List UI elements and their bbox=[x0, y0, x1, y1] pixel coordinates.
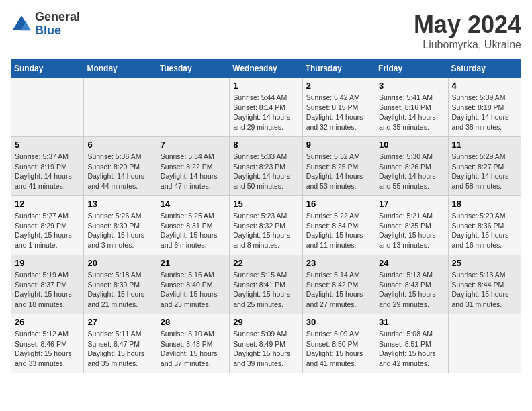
day-number: 23 bbox=[306, 258, 371, 268]
day-info: Sunrise: 5:13 AM Sunset: 8:44 PM Dayligh… bbox=[452, 270, 517, 310]
day-info: Sunrise: 5:44 AM Sunset: 8:14 PM Dayligh… bbox=[233, 93, 298, 132]
logo-general: General bbox=[35, 11, 80, 24]
calendar-week-row: 1Sunrise: 5:44 AM Sunset: 8:14 PM Daylig… bbox=[11, 78, 521, 137]
day-info: Sunrise: 5:42 AM Sunset: 8:15 PM Dayligh… bbox=[306, 93, 371, 132]
calendar-cell: 9Sunrise: 5:32 AM Sunset: 8:25 PM Daylig… bbox=[302, 137, 375, 196]
page-header: General Blue May 2024 Liubomyrka, Ukrain… bbox=[11, 11, 521, 51]
calendar-cell bbox=[84, 78, 157, 137]
day-info: Sunrise: 5:32 AM Sunset: 8:25 PM Dayligh… bbox=[306, 152, 371, 191]
calendar-cell: 17Sunrise: 5:21 AM Sunset: 8:35 PM Dayli… bbox=[375, 196, 448, 255]
day-number: 12 bbox=[15, 199, 80, 209]
day-number: 9 bbox=[306, 140, 371, 150]
calendar-cell: 14Sunrise: 5:25 AM Sunset: 8:31 PM Dayli… bbox=[157, 196, 229, 255]
day-number: 6 bbox=[87, 140, 152, 150]
day-number: 4 bbox=[452, 81, 517, 91]
calendar-cell bbox=[448, 314, 521, 373]
calendar-table: SundayMondayTuesdayWednesdayThursdayFrid… bbox=[11, 59, 521, 373]
day-number: 19 bbox=[15, 258, 80, 268]
day-info: Sunrise: 5:39 AM Sunset: 8:18 PM Dayligh… bbox=[452, 93, 517, 132]
day-number: 29 bbox=[233, 317, 298, 327]
calendar-cell: 10Sunrise: 5:30 AM Sunset: 8:26 PM Dayli… bbox=[375, 137, 448, 196]
header-monday: Monday bbox=[84, 60, 157, 78]
day-info: Sunrise: 5:26 AM Sunset: 8:30 PM Dayligh… bbox=[87, 211, 152, 250]
day-number: 14 bbox=[161, 199, 226, 209]
day-info: Sunrise: 5:16 AM Sunset: 8:40 PM Dayligh… bbox=[161, 270, 226, 310]
day-info: Sunrise: 5:36 AM Sunset: 8:20 PM Dayligh… bbox=[87, 152, 152, 191]
calendar-cell: 28Sunrise: 5:10 AM Sunset: 8:48 PM Dayli… bbox=[157, 314, 229, 373]
day-info: Sunrise: 5:22 AM Sunset: 8:34 PM Dayligh… bbox=[306, 211, 371, 250]
calendar-week-row: 19Sunrise: 5:19 AM Sunset: 8:37 PM Dayli… bbox=[11, 255, 521, 314]
logo: General Blue bbox=[11, 11, 80, 38]
calendar-cell: 6Sunrise: 5:36 AM Sunset: 8:20 PM Daylig… bbox=[84, 137, 157, 196]
logo-icon bbox=[11, 13, 32, 35]
day-number: 20 bbox=[87, 258, 152, 268]
day-info: Sunrise: 5:15 AM Sunset: 8:41 PM Dayligh… bbox=[233, 270, 298, 310]
calendar-cell: 11Sunrise: 5:29 AM Sunset: 8:27 PM Dayli… bbox=[448, 137, 521, 196]
day-number: 7 bbox=[161, 140, 226, 150]
day-number: 10 bbox=[379, 140, 444, 150]
calendar-cell: 30Sunrise: 5:09 AM Sunset: 8:50 PM Dayli… bbox=[302, 314, 375, 373]
header-sunday: Sunday bbox=[11, 60, 84, 78]
calendar-cell: 15Sunrise: 5:23 AM Sunset: 8:32 PM Dayli… bbox=[230, 196, 302, 255]
header-wednesday: Wednesday bbox=[230, 60, 302, 78]
calendar-cell: 24Sunrise: 5:13 AM Sunset: 8:43 PM Dayli… bbox=[375, 255, 448, 314]
day-number: 18 bbox=[452, 199, 517, 209]
calendar-cell: 1Sunrise: 5:44 AM Sunset: 8:14 PM Daylig… bbox=[230, 78, 302, 137]
day-number: 22 bbox=[233, 258, 298, 268]
day-info: Sunrise: 5:19 AM Sunset: 8:37 PM Dayligh… bbox=[15, 270, 80, 310]
calendar-cell: 13Sunrise: 5:26 AM Sunset: 8:30 PM Dayli… bbox=[84, 196, 157, 255]
calendar-location: Liubomyrka, Ukraine bbox=[414, 39, 521, 51]
calendar-cell: 20Sunrise: 5:18 AM Sunset: 8:39 PM Dayli… bbox=[84, 255, 157, 314]
day-info: Sunrise: 5:30 AM Sunset: 8:26 PM Dayligh… bbox=[379, 152, 444, 191]
day-info: Sunrise: 5:21 AM Sunset: 8:35 PM Dayligh… bbox=[379, 211, 444, 250]
calendar-cell bbox=[157, 78, 229, 137]
day-info: Sunrise: 5:41 AM Sunset: 8:16 PM Dayligh… bbox=[379, 93, 444, 132]
day-info: Sunrise: 5:13 AM Sunset: 8:43 PM Dayligh… bbox=[379, 270, 444, 310]
calendar-cell: 27Sunrise: 5:11 AM Sunset: 8:47 PM Dayli… bbox=[84, 314, 157, 373]
calendar-cell: 23Sunrise: 5:14 AM Sunset: 8:42 PM Dayli… bbox=[302, 255, 375, 314]
calendar-cell: 8Sunrise: 5:33 AM Sunset: 8:23 PM Daylig… bbox=[230, 137, 302, 196]
calendar-cell: 22Sunrise: 5:15 AM Sunset: 8:41 PM Dayli… bbox=[230, 255, 302, 314]
day-number: 2 bbox=[306, 81, 371, 91]
calendar-cell: 18Sunrise: 5:20 AM Sunset: 8:36 PM Dayli… bbox=[448, 196, 521, 255]
day-number: 25 bbox=[452, 258, 517, 268]
calendar-cell: 7Sunrise: 5:34 AM Sunset: 8:22 PM Daylig… bbox=[157, 137, 229, 196]
logo-blue: Blue bbox=[35, 24, 80, 38]
day-number: 11 bbox=[452, 140, 517, 150]
header-saturday: Saturday bbox=[448, 60, 521, 78]
calendar-cell: 31Sunrise: 5:08 AM Sunset: 8:51 PM Dayli… bbox=[375, 314, 448, 373]
day-number: 16 bbox=[306, 199, 371, 209]
calendar-cell: 12Sunrise: 5:27 AM Sunset: 8:29 PM Dayli… bbox=[11, 196, 84, 255]
calendar-cell: 4Sunrise: 5:39 AM Sunset: 8:18 PM Daylig… bbox=[448, 78, 521, 137]
day-info: Sunrise: 5:25 AM Sunset: 8:31 PM Dayligh… bbox=[161, 211, 226, 250]
calendar-cell: 19Sunrise: 5:19 AM Sunset: 8:37 PM Dayli… bbox=[11, 255, 84, 314]
day-info: Sunrise: 5:29 AM Sunset: 8:27 PM Dayligh… bbox=[452, 152, 517, 191]
day-number: 30 bbox=[306, 317, 371, 327]
day-number: 24 bbox=[379, 258, 444, 268]
day-info: Sunrise: 5:33 AM Sunset: 8:23 PM Dayligh… bbox=[233, 152, 298, 191]
day-info: Sunrise: 5:09 AM Sunset: 8:49 PM Dayligh… bbox=[233, 329, 298, 369]
day-number: 21 bbox=[161, 258, 226, 268]
day-number: 31 bbox=[379, 317, 444, 327]
header-tuesday: Tuesday bbox=[157, 60, 229, 78]
calendar-cell: 21Sunrise: 5:16 AM Sunset: 8:40 PM Dayli… bbox=[157, 255, 229, 314]
day-number: 3 bbox=[379, 81, 444, 91]
calendar-cell: 26Sunrise: 5:12 AM Sunset: 8:46 PM Dayli… bbox=[11, 314, 84, 373]
calendar-cell: 16Sunrise: 5:22 AM Sunset: 8:34 PM Dayli… bbox=[302, 196, 375, 255]
calendar-cell: 2Sunrise: 5:42 AM Sunset: 8:15 PM Daylig… bbox=[302, 78, 375, 137]
header-thursday: Thursday bbox=[302, 60, 375, 78]
day-info: Sunrise: 5:09 AM Sunset: 8:50 PM Dayligh… bbox=[306, 329, 371, 369]
day-info: Sunrise: 5:08 AM Sunset: 8:51 PM Dayligh… bbox=[379, 329, 444, 369]
calendar-cell: 5Sunrise: 5:37 AM Sunset: 8:19 PM Daylig… bbox=[11, 137, 84, 196]
calendar-cell: 29Sunrise: 5:09 AM Sunset: 8:49 PM Dayli… bbox=[230, 314, 302, 373]
title-block: May 2024 Liubomyrka, Ukraine bbox=[414, 11, 521, 51]
logo-text: General Blue bbox=[35, 11, 80, 38]
day-number: 26 bbox=[15, 317, 80, 327]
day-info: Sunrise: 5:34 AM Sunset: 8:22 PM Dayligh… bbox=[161, 152, 226, 191]
day-info: Sunrise: 5:23 AM Sunset: 8:32 PM Dayligh… bbox=[233, 211, 298, 250]
day-info: Sunrise: 5:11 AM Sunset: 8:47 PM Dayligh… bbox=[87, 329, 152, 369]
day-number: 27 bbox=[87, 317, 152, 327]
header-friday: Friday bbox=[375, 60, 448, 78]
calendar-cell bbox=[11, 78, 84, 137]
day-info: Sunrise: 5:14 AM Sunset: 8:42 PM Dayligh… bbox=[306, 270, 371, 310]
